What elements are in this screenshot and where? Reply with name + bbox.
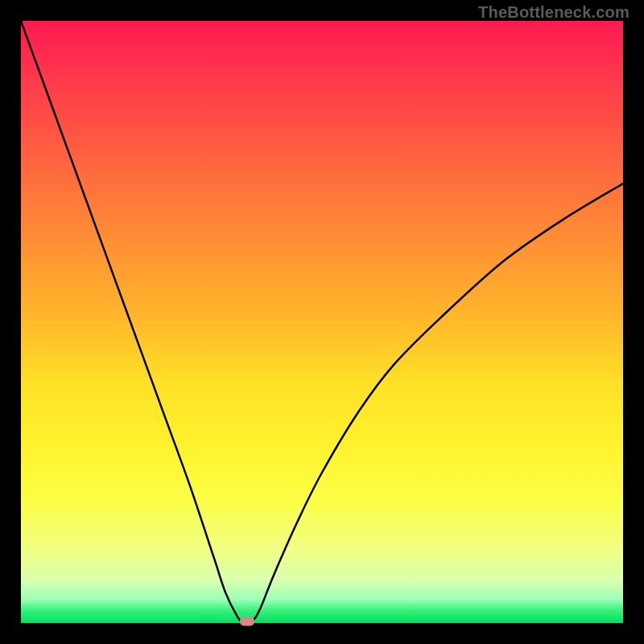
plot-area: [21, 21, 623, 623]
bottleneck-curve: [21, 21, 623, 623]
curve-path: [21, 21, 623, 623]
chart-container: TheBottleneck.com: [0, 0, 644, 644]
optimal-point-marker: [240, 617, 254, 626]
watermark-text: TheBottleneck.com: [478, 3, 630, 22]
